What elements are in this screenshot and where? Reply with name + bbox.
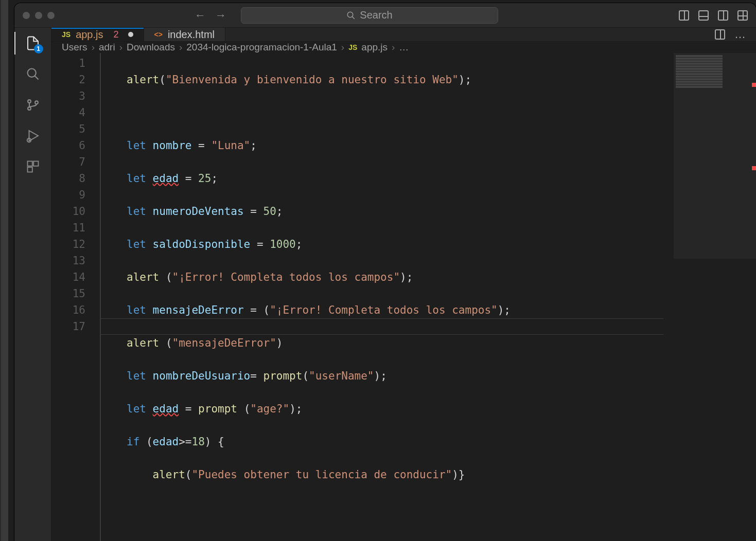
close-window[interactable] [23,12,30,19]
svg-point-6 [35,101,38,104]
current-line-highlight [101,318,663,335]
code-line: alert("Puedes obtener tu licencia de con… [127,466,756,483]
activity-extensions[interactable] [25,158,41,175]
breadcrumb-segment[interactable]: Downloads [127,42,175,53]
main: 1 JS app.js 2 [14,28,756,541]
app-window: ← → Search 1 [14,3,756,541]
code-line [127,104,756,121]
breadcrumb-trail[interactable]: … [399,42,409,53]
more-actions-icon[interactable]: … [734,28,747,41]
line-number: 11 [51,220,85,236]
js-file-icon: JS [62,30,71,39]
desktop-edge [0,0,8,541]
svg-point-4 [28,100,31,103]
line-number: 3 [51,88,85,104]
code-line: let mensajeDeError = ("¡Error! Completa … [127,302,756,318]
html-file-icon: <> [154,30,163,39]
line-number: 6 [51,137,85,154]
code-editor[interactable]: 1234567891011121314151617 alert("Bienven… [51,53,756,541]
line-number: 12 [51,236,85,253]
minimize-window[interactable] [35,12,42,19]
line-number: 1 [51,55,85,71]
line-number: 8 [51,170,85,187]
line-number: 4 [51,104,85,121]
tab-filename: app.js [76,29,103,41]
breadcrumb-segment[interactable]: Users [62,42,87,53]
line-number: 14 [51,269,85,285]
tab-actions: … [706,28,756,41]
code-line: let numeroDeVentas = 50; [127,203,756,220]
tab-problem-count: 2 [114,29,119,40]
tab-app-js[interactable]: JS app.js 2 [51,28,144,41]
explorer-badge: 1 [34,44,43,53]
branch-icon [26,98,40,112]
line-number-gutter: 1234567891011121314151617 [51,53,101,541]
code-line [127,532,756,541]
code-line: alert ("mensajeDeError") [127,335,756,351]
chevron-right-icon: › [179,42,182,53]
code-line [127,499,756,516]
search-placeholder: Search [360,9,392,21]
line-number: 15 [51,285,85,302]
line-number: 16 [51,302,85,318]
svg-point-5 [28,107,31,110]
unsaved-indicator-icon [128,32,133,37]
search-icon [26,67,40,81]
minimap[interactable] [674,53,756,541]
breadcrumb-segment[interactable]: adri [99,42,115,53]
breadcrumb-segment[interactable]: 2034-logica-programacion-1-Aula1 [186,42,337,53]
svg-point-0 [348,12,354,17]
tab-bar: JS app.js 2 <> index.html … [51,28,756,42]
code-line: let edad = prompt ("age?"); [127,401,756,417]
search-icon [346,11,356,20]
minimap-error-marker[interactable] [752,166,756,170]
activity-source-control[interactable] [25,97,41,113]
chevron-right-icon: › [119,42,122,53]
activity-run-debug[interactable] [25,128,41,144]
toggle-primary-sidebar-icon[interactable] [679,10,689,21]
svg-rect-11 [27,167,32,172]
breadcrumb-file[interactable]: app.js [361,42,388,53]
line-number: 13 [51,253,85,269]
breadcrumbs[interactable]: Users› adri› Downloads› 2034-logica-prog… [51,42,756,53]
nav-arrows: ← → [195,9,226,22]
activity-search[interactable] [25,66,41,82]
svg-rect-10 [33,161,38,166]
line-number: 5 [51,121,85,137]
tab-index-html[interactable]: <> index.html [144,28,226,41]
line-number: 10 [51,203,85,220]
titlebar-layout-controls [679,10,748,21]
code-line: let nombreDeUsuario= prompt("userName"); [127,368,756,384]
window-controls [23,12,55,19]
svg-line-1 [353,16,355,19]
titlebar: ← → Search [14,3,756,28]
nav-back-icon[interactable]: ← [195,9,206,22]
code-line: let edad = 25; [127,170,756,187]
debug-icon [25,128,41,143]
code-line: alert("Bienvenida y bienvenido a nuestro… [127,71,756,88]
line-number: 7 [51,154,85,170]
command-center-search[interactable]: Search [241,7,498,24]
minimap-error-marker[interactable] [752,83,756,87]
chevron-right-icon: › [92,42,95,53]
svg-point-2 [27,69,36,77]
code-content[interactable]: alert("Bienvenida y bienvenido a nuestro… [101,53,756,541]
code-line: let nombre = "Luna"; [127,137,756,154]
svg-line-3 [34,76,38,80]
code-line: alert ("¡Error! Completa todos los campo… [127,269,756,285]
split-editor-icon[interactable] [715,29,725,40]
code-line: let saldoDisponible = 1000; [127,236,756,253]
js-file-icon: JS [348,43,357,51]
activity-explorer[interactable]: 1 [25,35,41,51]
line-number: 17 [51,318,85,335]
toggle-secondary-sidebar-icon[interactable] [718,10,728,21]
toggle-panel-icon[interactable] [698,10,709,21]
editor-area: JS app.js 2 <> index.html … Users› adri›… [51,28,756,541]
line-number: 9 [51,187,85,203]
maximize-window[interactable] [47,12,55,19]
nav-forward-icon[interactable]: → [215,9,226,22]
code-line: if (edad>=18) { [127,434,756,450]
customize-layout-icon[interactable] [737,10,748,21]
activity-bar: 1 [14,28,51,541]
chevron-right-icon: › [392,42,395,53]
